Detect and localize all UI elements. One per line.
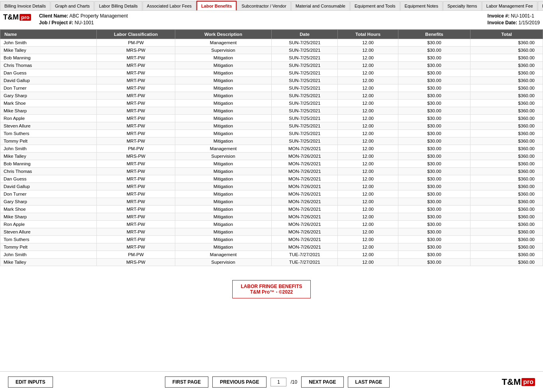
cell-benefits: $30.00: [398, 228, 470, 236]
tab-billing-invoice[interactable]: Billing Invoice Details: [0, 1, 50, 10]
table-row: Steven Allure MRT-PW Mitigation MON-7/26…: [0, 228, 543, 236]
cell-benefits: $30.00: [398, 130, 470, 137]
cell-benefits: $30.00: [398, 47, 470, 54]
cell-benefits: $30.00: [398, 69, 470, 77]
table-row: Bob Manning MRT-PW Mitigation SUN-7/25/2…: [0, 54, 543, 62]
cell-labor: MRT-PW: [97, 137, 175, 145]
table-row: Chris Thomas MRT-PW Mitigation SUN-7/25/…: [0, 62, 543, 69]
cell-work: Mitigation: [175, 243, 271, 251]
labor-benefits-table: Name Labor Classification Work Descripti…: [0, 29, 543, 266]
table-body: John Smith PM-PW Management SUN-7/25/202…: [0, 39, 543, 266]
cell-labor: PM-PW: [97, 39, 175, 47]
invoice-row: Invoice #: NU-1001-1: [488, 13, 540, 19]
cell-name: Tom Suthers: [0, 130, 97, 137]
cell-benefits: $30.00: [398, 153, 470, 160]
tab-graph-charts[interactable]: Graph and Charts: [51, 1, 94, 10]
cell-work: Mitigation: [175, 137, 271, 145]
bottom-logo-pro: pro: [521, 378, 535, 386]
tab-labor-billing[interactable]: Labor Billing Details: [94, 1, 142, 10]
cell-total: $360.00: [470, 84, 543, 92]
cell-total: $360.00: [470, 168, 543, 175]
edit-inputs-button[interactable]: EDIT INPUTS: [8, 376, 53, 388]
tab-equipment-notes[interactable]: Equipment Notes: [400, 1, 443, 10]
table-row: Mark Shoe MRT-PW Mitigation SUN-7/25/202…: [0, 100, 543, 107]
cell-labor: MRS-PW: [97, 153, 175, 160]
watermark-container: LABOR FRINGE BENEFITS T&M Pro™ - ©2022: [0, 272, 543, 306]
cell-name: John Smith: [0, 145, 97, 153]
cell-work: Mitigation: [175, 221, 271, 228]
cell-labor: MRT-PW: [97, 221, 175, 228]
cell-total: $360.00: [470, 206, 543, 213]
col-name: Name: [0, 30, 97, 39]
table-row: Gary Sharp MRT-PW Mitigation SUN-7/25/20…: [0, 92, 543, 100]
tab-reimburse[interactable]: Reimburse: [538, 1, 543, 10]
cell-work: Mitigation: [175, 190, 271, 198]
cell-labor: MRT-PW: [97, 115, 175, 122]
table-row: Steven Allure MRT-PW Mitigation SUN-7/25…: [0, 122, 543, 130]
cell-total: $360.00: [470, 122, 543, 130]
cell-total: $360.00: [470, 62, 543, 69]
cell-labor: MRT-PW: [97, 190, 175, 198]
last-page-button[interactable]: LAST PAGE: [348, 376, 390, 388]
cell-hours: 12.00: [338, 160, 398, 168]
col-hours: Total Hours: [338, 30, 398, 39]
cell-name: Mike Sharp: [0, 213, 97, 221]
cell-hours: 12.00: [338, 100, 398, 107]
cell-hours: 12.00: [338, 190, 398, 198]
cell-benefits: $30.00: [398, 100, 470, 107]
cell-name: Tommy Pelt: [0, 137, 97, 145]
pagination: FIRST PAGE PREVIOUS PAGE /10 NEXT PAGE L…: [53, 376, 502, 388]
cell-hours: 12.00: [338, 213, 398, 221]
tab-material[interactable]: Material and Consumable: [291, 1, 350, 10]
cell-labor: MRT-PW: [97, 160, 175, 168]
cell-total: $360.00: [470, 130, 543, 137]
logo-tm-text: T&M: [3, 13, 19, 22]
tab-associated-labor[interactable]: Associated Labor Fees: [143, 1, 196, 10]
cell-total: $360.00: [470, 213, 543, 221]
header-info: Client Name: ABC Property Management Job…: [39, 13, 488, 27]
cell-hours: 12.00: [338, 259, 398, 266]
cell-work: Management: [175, 251, 271, 259]
cell-total: $360.00: [470, 160, 543, 168]
cell-benefits: $30.00: [398, 62, 470, 69]
cell-date: MON-7/26/2021: [271, 183, 337, 190]
col-total: Total: [470, 30, 543, 39]
client-label: Client Name:: [39, 13, 68, 19]
tab-subcontractor[interactable]: Subcontractor / Vendor: [237, 1, 291, 10]
previous-page-button[interactable]: PREVIOUS PAGE: [212, 376, 267, 388]
tab-specialty-items[interactable]: Specialty Items: [443, 1, 482, 10]
date-label: Invoice Date:: [488, 20, 518, 25]
cell-date: MON-7/26/2021: [271, 160, 337, 168]
cell-name: Mike Talley: [0, 153, 97, 160]
watermark-box: LABOR FRINGE BENEFITS T&M Pro™ - ©2022: [232, 280, 310, 298]
current-page-input[interactable]: [271, 378, 286, 386]
cell-name: Don Turner: [0, 190, 97, 198]
cell-total: $360.00: [470, 107, 543, 115]
cell-benefits: $30.00: [398, 213, 470, 221]
cell-benefits: $30.00: [398, 168, 470, 175]
first-page-button[interactable]: FIRST PAGE: [165, 376, 208, 388]
cell-benefits: $30.00: [398, 221, 470, 228]
table-row: John Smith PM-PW Management MON-7/26/202…: [0, 145, 543, 153]
date-value: 1/15/2019: [519, 20, 540, 25]
cell-work: Mitigation: [175, 228, 271, 236]
tab-equipment-tools[interactable]: Equipment and Tools: [350, 1, 400, 10]
tabs-bar: Billing Invoice Details Graph and Charts…: [0, 0, 543, 11]
invoice-label: Invoice #:: [488, 13, 510, 19]
cell-work: Mitigation: [175, 213, 271, 221]
cell-date: SUN-7/25/2021: [271, 77, 337, 84]
table-row: Bob Manning MRT-PW Mitigation MON-7/26/2…: [0, 160, 543, 168]
next-page-button[interactable]: NEXT PAGE: [301, 376, 343, 388]
bottom-logo-tm: T&M: [502, 377, 521, 387]
cell-total: $360.00: [470, 175, 543, 183]
cell-work: Mitigation: [175, 130, 271, 137]
tab-labor-mgmt[interactable]: Labor Management Fee: [482, 1, 537, 10]
table-row: Ron Apple MRT-PW Mitigation SUN-7/25/202…: [0, 115, 543, 122]
tab-labor-benefits[interactable]: Labor Benefits: [196, 1, 237, 10]
cell-date: MON-7/26/2021: [271, 198, 337, 206]
cell-name: Mark Shoe: [0, 206, 97, 213]
cell-hours: 12.00: [338, 236, 398, 243]
cell-date: SUN-7/25/2021: [271, 84, 337, 92]
cell-hours: 12.00: [338, 47, 398, 54]
cell-date: SUN-7/25/2021: [271, 122, 337, 130]
